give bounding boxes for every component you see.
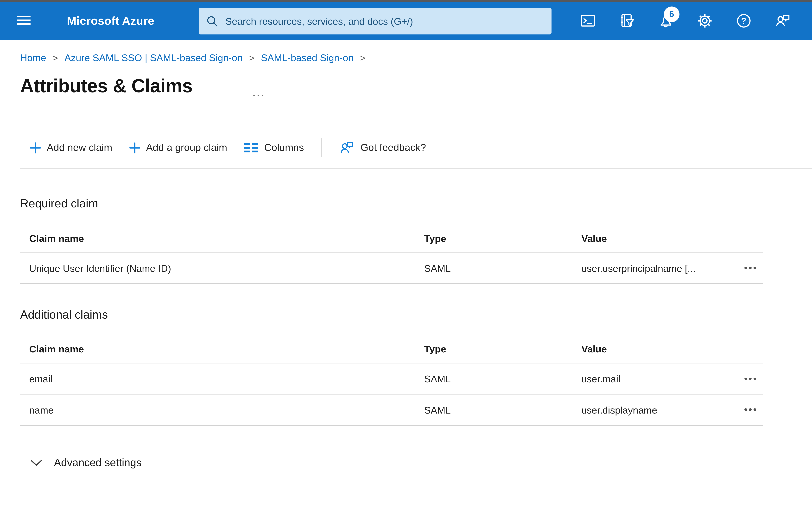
more-options-ellipsis-icon[interactable]: ··· xyxy=(253,90,265,101)
toolbar-divider xyxy=(321,138,322,157)
breadcrumb-separator: > xyxy=(53,52,58,63)
window-edge-strip xyxy=(0,0,812,2)
required-claim-heading: Required claim xyxy=(20,197,98,211)
row-menu-icon[interactable] xyxy=(734,408,763,411)
table-row[interactable]: Unique User Identifier (Name ID) SAML us… xyxy=(20,253,763,284)
cloud-shell-icon[interactable] xyxy=(579,12,596,29)
plus-icon xyxy=(30,142,41,153)
columns-label: Columns xyxy=(264,142,304,154)
claim-type-cell: SAML xyxy=(424,404,581,415)
table-row[interactable]: name SAML user.displayname xyxy=(20,395,763,426)
feedback-icon xyxy=(339,140,355,155)
directory-filter-icon[interactable] xyxy=(618,12,635,29)
got-feedback-label: Got feedback? xyxy=(360,142,426,154)
breadcrumb-separator: > xyxy=(249,52,255,63)
column-header-claim-name: Claim name xyxy=(20,343,424,354)
plus-icon xyxy=(129,142,140,153)
claim-name-cell: name xyxy=(20,404,424,415)
breadcrumb-saml-signon[interactable]: SAML-based Sign-on xyxy=(261,52,353,63)
hamburger-menu-icon[interactable] xyxy=(17,16,31,27)
azure-portal-page: Microsoft Azure 6 ? xyxy=(0,0,812,514)
chevron-down-icon xyxy=(31,459,42,466)
claim-value-cell: user.displayname xyxy=(581,404,734,415)
row-menu-icon[interactable] xyxy=(734,378,763,380)
breadcrumb-separator: > xyxy=(360,52,366,63)
additional-claims-table: Claim name Type Value email SAML user.ma… xyxy=(20,334,763,426)
svg-text:?: ? xyxy=(741,16,746,26)
column-header-type: Type xyxy=(424,233,581,244)
got-feedback-button[interactable]: Got feedback? xyxy=(339,140,426,155)
required-claim-table: Claim name Type Value Unique User Identi… xyxy=(20,224,763,284)
table-header-row: Claim name Type Value xyxy=(20,224,763,253)
search-input[interactable] xyxy=(224,15,544,27)
azure-top-bar: Microsoft Azure 6 ? xyxy=(0,2,812,40)
claim-name-cell: Unique User Identifier (Name ID) xyxy=(20,262,424,273)
help-icon[interactable]: ? xyxy=(735,12,752,29)
settings-gear-icon[interactable] xyxy=(696,12,713,29)
command-bar: Add new claim Add a group claim Columns … xyxy=(30,135,426,161)
add-group-claim-label: Add a group claim xyxy=(146,142,227,154)
advanced-settings-label: Advanced settings xyxy=(54,456,141,469)
breadcrumb-app-sso[interactable]: Azure SAML SSO | SAML-based Sign-on xyxy=(64,52,243,63)
search-icon xyxy=(207,16,218,27)
column-header-value: Value xyxy=(581,343,734,354)
columns-button[interactable]: Columns xyxy=(244,142,304,154)
feedback-icon[interactable] xyxy=(774,12,791,29)
claim-value-cell: user.mail xyxy=(581,373,734,384)
product-logo[interactable]: Microsoft Azure xyxy=(67,2,154,40)
claim-type-cell: SAML xyxy=(424,373,581,384)
table-header-row: Claim name Type Value xyxy=(20,334,763,363)
toolbar-rule xyxy=(20,168,812,169)
claim-name-cell: email xyxy=(20,373,424,384)
additional-claims-heading: Additional claims xyxy=(20,308,108,322)
column-header-type: Type xyxy=(424,343,581,354)
column-header-claim-name: Claim name xyxy=(20,233,424,244)
row-menu-icon[interactable] xyxy=(734,267,763,269)
claim-type-cell: SAML xyxy=(424,262,581,273)
add-new-claim-button[interactable]: Add new claim xyxy=(30,142,112,154)
claim-value-cell: user.userprincipalname [... xyxy=(581,262,734,273)
page-title: Attributes & Claims xyxy=(20,75,193,97)
notification-count-badge[interactable]: 6 xyxy=(664,6,679,22)
global-search-box[interactable] xyxy=(199,8,552,34)
columns-icon xyxy=(244,143,258,153)
advanced-settings-toggle[interactable]: Advanced settings xyxy=(31,456,141,469)
add-new-claim-label: Add new claim xyxy=(47,142,112,154)
add-group-claim-button[interactable]: Add a group claim xyxy=(129,142,227,154)
breadcrumb: Home > Azure SAML SSO | SAML-based Sign-… xyxy=(20,52,372,63)
table-row[interactable]: email SAML user.mail xyxy=(20,363,763,395)
column-header-value: Value xyxy=(581,233,734,244)
breadcrumb-home[interactable]: Home xyxy=(20,52,46,63)
